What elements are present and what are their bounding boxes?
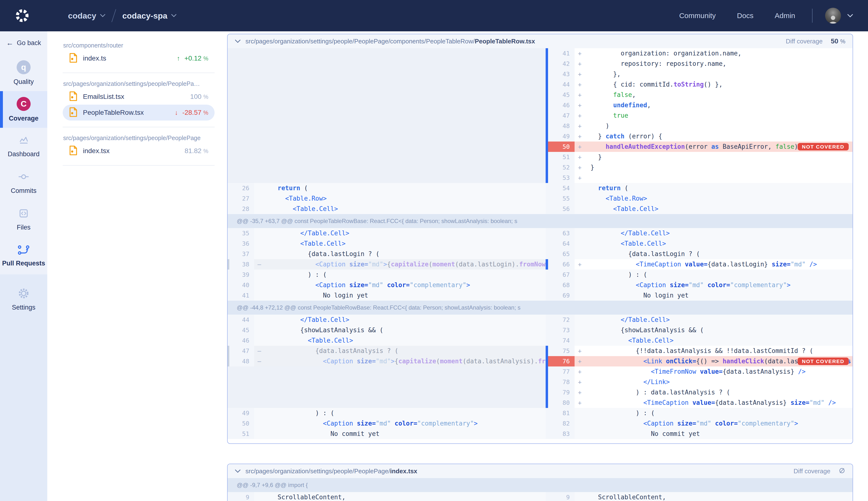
- user-menu-chevron-icon[interactable]: [847, 14, 853, 18]
- sidebar-item-label: Quality: [13, 78, 34, 86]
- line-number-new: 83: [548, 429, 575, 439]
- line-marker-new: +: [575, 397, 589, 408]
- line-number-new: 74: [548, 335, 575, 346]
- line-marker-old: [254, 110, 269, 121]
- pull-request-icon: [18, 245, 30, 256]
- repo-switcher[interactable]: codacy-spa: [122, 11, 176, 21]
- line-number-old: 49: [228, 408, 254, 418]
- line-number-old: 38: [228, 259, 254, 269]
- chevron-down-icon[interactable]: [235, 40, 240, 43]
- line-number-old: [228, 387, 254, 397]
- line-marker-new: +: [575, 356, 589, 366]
- line-number-old: 50: [228, 418, 254, 429]
- line-number-new: 53: [548, 173, 575, 183]
- line-number-old: 36: [228, 238, 254, 249]
- code-line-old: [269, 173, 546, 183]
- line-number-old: 28: [228, 204, 254, 214]
- file-name: index.ts: [83, 54, 171, 62]
- sidebar-item-label: Settings: [12, 304, 35, 311]
- sidebar-item-files[interactable]: Files: [0, 201, 47, 238]
- line-number-old: [228, 162, 254, 173]
- line-marker-new: +: [575, 79, 589, 90]
- line-number-old: [228, 131, 254, 141]
- diff-row: 44 </Table.Cell>72 </Table.Cell>: [228, 315, 853, 325]
- diff-row: 48– <Caption size="md">{capitalize(momen…: [228, 356, 853, 366]
- diff-file-name: PeopleTableRow.tsx: [475, 38, 535, 45]
- code-line-new: <Table.Cell>: [589, 204, 853, 214]
- code-line-new: [589, 173, 853, 183]
- chevron-down-icon[interactable]: [235, 469, 240, 473]
- line-marker-new: +: [575, 346, 589, 356]
- sidebar-item-coverage[interactable]: CCoverage: [0, 91, 47, 128]
- code-line-old: ScrollableContent,: [269, 492, 546, 501]
- line-marker-old: [254, 152, 269, 162]
- insertion-marker-bar: [546, 335, 548, 346]
- diff-row: 35 </Table.Cell>63 </Table.Cell>: [228, 228, 853, 238]
- code-line-old: </Table.Cell>: [269, 315, 546, 325]
- insertion-marker-bar: [546, 110, 548, 121]
- file-item[interactable]: EmailsList.tsx100%: [63, 89, 215, 105]
- code-line-old: <Table.Cell>: [269, 204, 546, 214]
- line-marker-old: [254, 58, 269, 69]
- insertion-marker-bar: [546, 408, 548, 418]
- diff-row: 45+ false,: [228, 90, 853, 100]
- org-switcher[interactable]: codacy: [68, 11, 105, 21]
- diff-row: 42+ repository: repository.name,: [228, 58, 853, 69]
- sidebar-item-pull-requests[interactable]: Pull Requests: [0, 238, 47, 274]
- diff-card-header: src/pages/organization/settings/people/P…: [228, 34, 853, 48]
- diff-row: 80+ <TimeCaption value={data.lastAnalysi…: [228, 397, 853, 408]
- code-line-new: </Table.Cell>: [589, 315, 853, 325]
- line-marker-old: [254, 48, 269, 58]
- coverage-unit: %: [204, 55, 208, 62]
- line-marker-old: [254, 100, 269, 110]
- sidebar-item-settings[interactable]: Settings: [0, 281, 47, 318]
- insertion-marker-bar: [546, 121, 548, 131]
- sidebar-item-quality[interactable]: qQuality: [0, 54, 47, 91]
- insertion-marker-bar: [546, 377, 548, 387]
- code-line-old: ) : (: [269, 269, 546, 280]
- code-line-new: handleAuthedException(error as BaseApiEr…: [589, 141, 853, 152]
- file-item[interactable]: index.ts↑+0.12%: [63, 50, 215, 66]
- breadcrumb: codacy codacy-spa: [68, 9, 176, 22]
- code-line-old: [269, 90, 546, 100]
- file-item[interactable]: index.tsx81.82%: [63, 143, 215, 159]
- sidebar-item-dashboard[interactable]: Dashboard: [0, 128, 47, 164]
- line-marker-new: +: [575, 387, 589, 397]
- diff-row: 77+ <TimeFromNow value={data.lastAnalysi…: [228, 366, 853, 377]
- insertion-marker-bar: [546, 228, 548, 238]
- code-line-old: <Caption size="md" color="complementary"…: [269, 280, 546, 290]
- file-item[interactable]: PeopleTableRow.tsx↓-28.57%: [63, 105, 215, 120]
- file-icon: [69, 91, 78, 102]
- code-line-new: ScrollableContent,: [589, 492, 853, 501]
- diff-file-path: src/pages/organization/settings/people/P…: [245, 38, 535, 45]
- go-back-button[interactable]: ← Go back: [0, 31, 47, 54]
- hunk-header: @@ -35,7 +63,7 @@ const PeopleTableRowBa…: [228, 214, 853, 228]
- user-avatar[interactable]: [825, 8, 841, 24]
- line-number-old: [228, 69, 254, 79]
- line-number-old: 41: [228, 290, 254, 301]
- divider: [63, 127, 215, 127]
- code-line-old: No commit yet: [269, 429, 546, 439]
- codacy-logo-icon[interactable]: [15, 9, 30, 23]
- sidebar-item-commits[interactable]: Commits: [0, 164, 47, 201]
- line-marker-old: [254, 90, 269, 100]
- diff-row: 47+ true: [228, 110, 853, 121]
- code-line-new: },: [589, 69, 853, 79]
- nav-link-admin[interactable]: Admin: [775, 12, 795, 20]
- sidebar-item-label: Coverage: [9, 115, 38, 122]
- coverage-delta: ↑+0.12%: [177, 54, 208, 62]
- code-line-new: <TimeFromNow value={data.lastAnalysis} /…: [589, 366, 853, 377]
- go-back-label: Go back: [17, 39, 41, 47]
- nav-link-community[interactable]: Community: [679, 12, 716, 20]
- nav-link-docs[interactable]: Docs: [737, 12, 753, 20]
- sidebar-bottom-section: Settings: [0, 274, 47, 501]
- code-line-new: <Caption size="md" color="complementary"…: [589, 280, 853, 290]
- code-line-old: ) : (: [269, 408, 546, 418]
- breadcrumb-divider: [111, 9, 116, 22]
- line-marker-old: –: [254, 346, 269, 356]
- code-line-new: ) : (: [589, 269, 853, 280]
- line-marker-old: [254, 79, 269, 90]
- code-line-new: {data.lastLogin ? (: [589, 249, 853, 259]
- line-marker-old: [254, 121, 269, 131]
- hunk-header: @@ -44,8 +72,12 @@ const PeopleTableRowB…: [228, 301, 853, 315]
